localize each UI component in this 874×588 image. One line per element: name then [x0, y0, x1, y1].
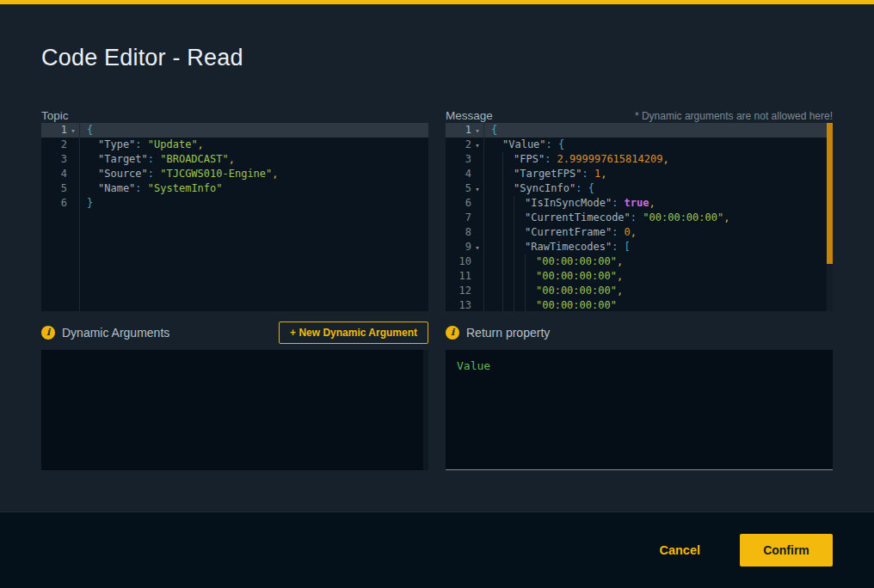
message-editor-scrollbar-thumb[interactable] — [827, 123, 833, 264]
code-line: 8"CurrentFrame": 0, — [446, 225, 833, 240]
code-line: 3"Target": "BROADCAST", — [41, 152, 428, 167]
return-property-header: i Return property — [446, 321, 833, 345]
line-number: 4 — [447, 167, 471, 181]
code-line: 5"Name": "SystemInfo" — [41, 181, 428, 196]
message-editor-scrollbar-track — [827, 123, 833, 311]
code-line: 11"00:00:00:00", — [446, 269, 833, 284]
code-line: 6"IsInSyncMode": true, — [446, 196, 833, 211]
topic-gutter-divider — [79, 123, 80, 311]
new-dynamic-argument-button[interactable]: + New Dynamic Argument — [279, 322, 428, 344]
line-number: 2 — [43, 138, 67, 152]
code-line: 5▾"SyncInfo": { — [446, 181, 833, 196]
code-line: 2"Type": "Update", — [41, 138, 428, 152]
code-line: 6} — [41, 196, 428, 211]
line-number: 3 — [43, 152, 67, 167]
code-line: 10"00:00:00:00", — [446, 254, 833, 269]
line-number: 10 — [447, 254, 471, 269]
line-number: 8 — [447, 225, 471, 240]
info-icon: i — [446, 326, 459, 340]
line-number: 1 — [447, 123, 471, 138]
message-label-row: Message * Dynamic arguments are not allo… — [446, 101, 833, 122]
line-number: 5 — [447, 181, 471, 196]
code-line: 4"Source": "TJCGWS010-Engine", — [41, 167, 428, 181]
code-line: 1▾{ — [446, 123, 833, 138]
return-property-label: Return property — [466, 326, 550, 340]
message-label: Message — [446, 109, 493, 122]
dynamic-arguments-header: i Dynamic Arguments + New Dynamic Argume… — [41, 321, 428, 345]
line-number: 9 — [447, 240, 471, 254]
fold-arrow-icon[interactable]: ▾ — [471, 241, 483, 255]
confirm-button[interactable]: Confirm — [740, 534, 833, 567]
return-property-value: Value — [446, 350, 833, 372]
cancel-button[interactable]: Cancel — [659, 543, 700, 557]
line-number: 4 — [43, 167, 67, 181]
line-number: 3 — [447, 152, 471, 167]
code-line: 7"CurrentTimecode": "00:00:00:00", — [446, 211, 833, 225]
dynamic-arguments-panel[interactable] — [41, 350, 428, 470]
line-number: 6 — [43, 196, 67, 211]
line-number: 6 — [447, 196, 471, 211]
info-icon: i — [41, 326, 55, 340]
fold-arrow-icon[interactable]: ▾ — [471, 138, 483, 153]
line-number: 5 — [43, 181, 67, 196]
top-accent-bar — [0, 0, 874, 4]
topic-editor[interactable]: 1▾{2"Type": "Update",3"Target": "BROADCA… — [41, 123, 428, 311]
fold-arrow-icon[interactable]: ▾ — [67, 124, 79, 138]
line-number: 7 — [447, 211, 471, 225]
line-number: 2 — [447, 138, 471, 152]
code-line: 9▾"RawTimecodes": [ — [446, 240, 833, 254]
code-line: 13"00:00:00:00" — [446, 298, 833, 311]
dialog-title: Code Editor - Read — [41, 45, 243, 71]
code-line: 12"00:00:00:00", — [446, 284, 833, 298]
fold-arrow-icon[interactable]: ▾ — [471, 182, 483, 197]
topic-label: Topic — [41, 109, 69, 122]
message-note: * Dynamic arguments are not allowed here… — [635, 110, 833, 122]
code-line: 3"FPS": 2.999997615814209, — [446, 152, 833, 167]
dynamic-arguments-label: Dynamic Arguments — [62, 326, 169, 340]
line-number: 11 — [447, 269, 471, 284]
message-gutter-divider — [483, 123, 484, 311]
code-line: 4"TargetFPS": 1, — [446, 167, 833, 181]
message-editor[interactable]: 1▾{2▾"Value": {3"FPS": 2.999997615814209… — [446, 123, 833, 311]
line-number: 13 — [447, 298, 471, 311]
dynamic-arguments-scrollbar-track — [423, 350, 428, 470]
fold-arrow-icon[interactable]: ▾ — [471, 124, 483, 138]
footer: Cancel Confirm — [0, 511, 874, 588]
return-property-panel[interactable]: Value — [446, 350, 833, 470]
code-line: 2▾"Value": { — [446, 138, 833, 152]
topic-label-row: Topic — [41, 101, 428, 122]
line-number: 1 — [43, 123, 67, 138]
code-line: 1▾{ — [41, 123, 428, 138]
line-number: 12 — [447, 284, 471, 298]
